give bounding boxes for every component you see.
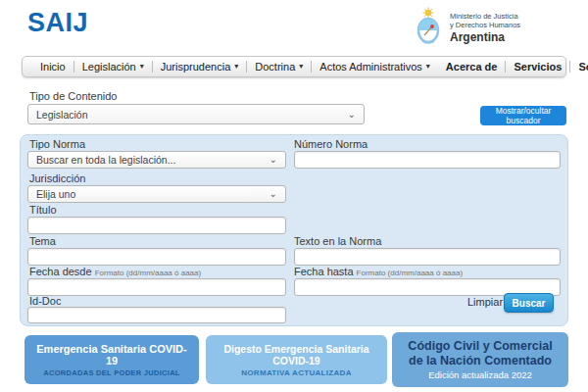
ministry-branding: Ministerio de Justicia y Derechos Humano… — [412, 7, 520, 50]
banner-digesto-emergencia[interactable]: Digesto Emergencia Sanitaria COVID-19 NO… — [206, 335, 387, 384]
chevron-down-icon: ▾ — [234, 63, 238, 71]
ministry-country: Argentina — [450, 30, 520, 45]
chevron-down-icon: ▾ — [426, 63, 430, 71]
argentina-coat-of-arms-icon — [412, 7, 445, 50]
chevron-down-icon: ⌄ — [270, 189, 277, 199]
numero-norma-input[interactable] — [294, 151, 561, 169]
numero-norma-label: Número Norma — [294, 138, 368, 150]
titulo-label: Título — [29, 204, 57, 216]
nav-acerca-de[interactable]: Acerca de — [438, 61, 506, 73]
content-type-select[interactable]: Legislación ⌄ — [27, 104, 365, 124]
nav-legislacion[interactable]: Legislación ▾ — [74, 61, 152, 73]
main-navbar: Inicio Legislación ▾ Jurisprudencia ▾ Do… — [22, 56, 566, 77]
chevron-down-icon: ⌄ — [270, 155, 277, 165]
jurisdiccion-select[interactable]: Elija uno ⌄ — [27, 185, 286, 203]
banner-subtitle: Edición actualizada 2022 — [428, 369, 532, 380]
id-doc-label: Id-Doc — [29, 295, 61, 307]
nav-right-group: Acerca de Servicios Soporte — [438, 61, 588, 73]
nav-inicio[interactable]: Inicio — [32, 61, 74, 73]
chevron-down-icon: ▾ — [140, 63, 144, 71]
texto-norma-input[interactable] — [294, 248, 561, 266]
tipo-norma-select[interactable]: Buscar en toda la legislación... ⌄ — [27, 151, 286, 169]
banner-subtitle: NORMATIVA ACTUALIZADA — [241, 368, 352, 377]
ministry-line2: y Derechos Humanos — [450, 21, 520, 29]
banner-title: Emergencia Sanitaria COVID-19 — [32, 343, 191, 367]
buscar-button[interactable]: Buscar — [504, 293, 554, 313]
banner-emergencia-sanitaria[interactable]: Emergencia Sanitaria COVID-19 ACORDADAS … — [24, 335, 199, 384]
banner-title: Digesto Emergencia Sanitaria COVID-19 — [214, 343, 379, 367]
ministry-text: Ministerio de Justicia y Derechos Humano… — [450, 12, 520, 46]
nav-actos-administrativos[interactable]: Actos Administrativos ▾ — [311, 61, 438, 73]
saij-logo[interactable]: SAIJ — [27, 8, 88, 38]
nav-jurisprudencia[interactable]: Jurisprudencia ▾ — [152, 61, 247, 73]
chevron-down-icon: ⌄ — [348, 110, 356, 120]
titulo-input[interactable] — [27, 217, 286, 234]
toggle-search-button[interactable]: Mostrar/ocultar buscador — [480, 106, 566, 125]
banner-subtitle: ACORDADAS DEL PODER JUDICIAL — [43, 368, 180, 377]
id-doc-input[interactable] — [27, 307, 286, 323]
banner-codigo-civil[interactable]: Código Civil y Comercial de la Nación Co… — [392, 332, 568, 387]
tema-label: Tema — [29, 235, 56, 247]
ministry-line1: Ministerio de Justicia — [450, 12, 520, 21]
limpiar-link[interactable]: Limpiar — [467, 296, 503, 308]
saij-page: SAIJ Ministerio de Justicia y Derechos H… — [0, 0, 588, 392]
banner-title: Código Civil y Comercial de la Nación Co… — [400, 339, 561, 368]
nav-doctrina[interactable]: Doctrina ▾ — [246, 61, 311, 73]
tema-input[interactable] — [27, 248, 286, 266]
fecha-desde-label: Fecha desde Formato (dd/mm/aaaa ó aaaa) — [29, 266, 201, 277]
texto-norma-label: Texto en la Norma — [294, 235, 381, 247]
chevron-down-icon: ▾ — [299, 63, 303, 71]
fecha-hasta-hint: Formato (dd/mm/aaaa ó aaaa) — [357, 269, 464, 277]
nav-servicios[interactable]: Servicios — [505, 61, 569, 73]
tipo-norma-label: Tipo Norma — [29, 138, 85, 150]
nav-soporte[interactable]: Soporte — [569, 61, 588, 73]
fecha-hasta-label: Fecha hasta Formato (dd/mm/aaaa ó aaaa) — [294, 266, 463, 277]
content-type-label: Tipo de Contenido — [29, 90, 118, 102]
fecha-desde-hint: Formato (dd/mm/aaaa ó aaaa) — [95, 269, 202, 277]
fecha-desde-input[interactable] — [27, 278, 286, 296]
jurisdiccion-label: Jurisdicción — [29, 172, 85, 184]
